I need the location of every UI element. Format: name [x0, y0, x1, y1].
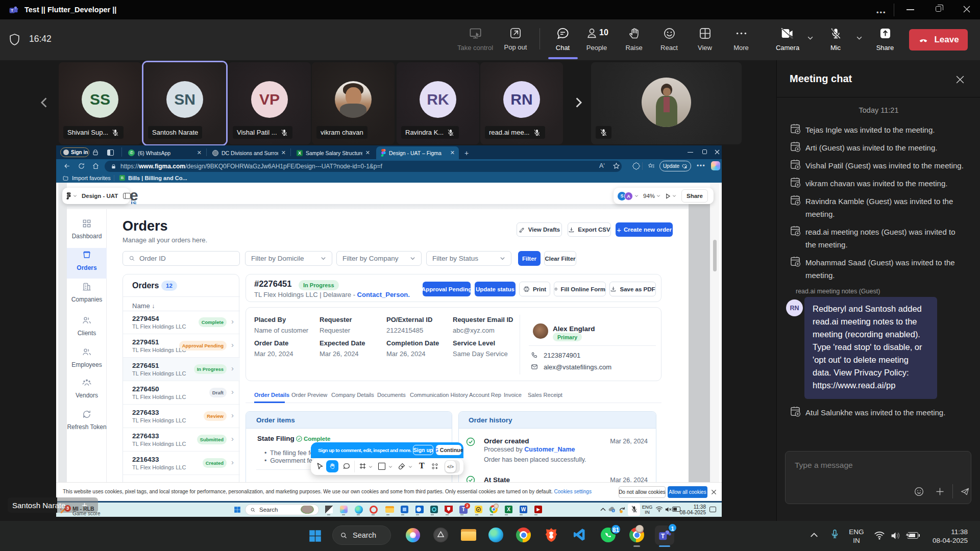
svg-text:T: T — [11, 8, 13, 13]
svg-text:T: T — [661, 533, 665, 540]
